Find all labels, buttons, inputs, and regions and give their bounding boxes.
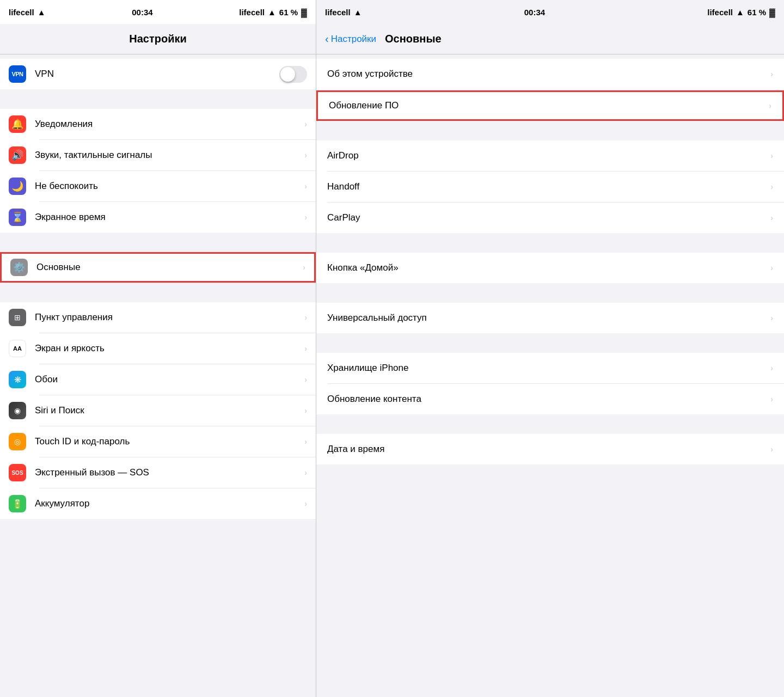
right-row-handoff[interactable]: Handoff › <box>316 172 784 202</box>
right-about-chevron: › <box>770 70 773 78</box>
right-battery-icon: ▓ <box>769 8 775 17</box>
vpn-toggle[interactable] <box>279 66 307 83</box>
right-top-spacer <box>316 54 784 59</box>
controlcenter-chevron: › <box>304 313 307 322</box>
settings-row-wallpaper[interactable]: ❋ Обои › <box>0 364 316 395</box>
settings-row-siri[interactable]: ◉ Siri и Поиск › <box>0 395 316 426</box>
right-sep-6 <box>316 414 784 434</box>
controlcenter-label: Пункт управления <box>35 312 300 323</box>
right-datetime-chevron: › <box>770 445 773 454</box>
sos-icon: SOS <box>9 464 26 481</box>
section-sep-3 <box>0 283 316 302</box>
sounds-chevron: › <box>304 151 307 160</box>
right-handoff-chevron: › <box>770 182 773 191</box>
section-sep-1 <box>0 89 316 109</box>
wallpaper-chevron: › <box>304 375 307 384</box>
right-row-contentupdate[interactable]: Обновление контента › <box>316 384 784 414</box>
general-label: Основные <box>36 262 298 273</box>
sos-chevron: › <box>304 468 307 477</box>
sounds-label: Звуки, тактильные сигналы <box>35 150 300 161</box>
right-airdrop-chevron: › <box>770 151 773 160</box>
settings-row-sounds[interactable]: 🔊 Звуки, тактильные сигналы › <box>0 140 316 170</box>
right-about-label: Об этом устройстве <box>327 69 770 80</box>
more-group: ⊞ Пункт управления › AA Экран и яркость … <box>0 302 316 519</box>
settings-row-controlcenter[interactable]: ⊞ Пункт управления › <box>0 302 316 333</box>
right-accessibility-chevron: › <box>770 314 773 322</box>
left-status-left: lifecell ▲ <box>9 8 46 17</box>
left-status-time: 00:34 <box>132 8 152 17</box>
right-row-softwareupdate[interactable]: Обновление ПО › <box>316 90 784 121</box>
left-wifi-icon: ▲ <box>38 8 46 17</box>
right-sep-5 <box>316 333 784 353</box>
right-settings-list: Об этом устройстве › Обновление ПО › Air… <box>316 54 784 697</box>
donotdisturb-icon: 🌙 <box>9 178 26 195</box>
right-row-datetime[interactable]: Дата и время › <box>316 434 784 464</box>
right-airdrop-group: AirDrop › Handoff › CarPlay › <box>316 140 784 233</box>
right-carplay-chevron: › <box>770 213 773 222</box>
battery-label: Аккумулятор <box>35 498 300 509</box>
right-row-airdrop[interactable]: AirDrop › <box>316 140 784 171</box>
settings-row-vpn[interactable]: VPN VPN <box>0 59 316 89</box>
top-spacer <box>0 54 316 59</box>
right-wifi-icon: ▲ <box>354 8 362 17</box>
right-accessibility-label: Универсальный доступ <box>327 313 770 323</box>
right-homebutton-label: Кнопка «Домой» <box>327 262 770 273</box>
display-label: Экран и яркость <box>35 343 300 354</box>
touchid-label: Touch ID и код-пароль <box>35 436 300 447</box>
screentime-label: Экранное время <box>35 212 300 223</box>
settings-row-touchid[interactable]: ◎ Touch ID и код-пароль › <box>0 426 316 457</box>
right-airdrop-label: AirDrop <box>327 150 770 161</box>
right-battery: 61 % <box>748 8 766 17</box>
back-button[interactable]: ‹ Настройки <box>325 33 376 45</box>
left-status-right: lifecell ▲ 61 % ▓ <box>239 8 307 17</box>
right-datetime-group: Дата и время › <box>316 434 784 464</box>
back-label: Настройки <box>331 34 376 45</box>
notifications-group: 🔔 Уведомления › 🔊 Звуки, тактильные сигн… <box>0 109 316 233</box>
general-chevron: › <box>303 263 305 272</box>
right-row-accessibility[interactable]: Универсальный доступ › <box>316 303 784 333</box>
left-status-bar: lifecell ▲ 00:34 lifecell ▲ 61 % ▓ <box>0 0 316 24</box>
donotdisturb-chevron: › <box>304 182 307 191</box>
settings-row-display[interactable]: AA Экран и яркость › <box>0 333 316 364</box>
left-battery-icon: ▓ <box>301 8 307 17</box>
right-handoff-label: Handoff <box>327 181 770 192</box>
left-settings-list: VPN VPN 🔔 Уведомления › 🔊 Звуки, тактиль… <box>0 54 316 697</box>
settings-row-general[interactable]: ⚙️ Основные › <box>0 252 316 283</box>
right-update-group: Обновление ПО › <box>316 90 784 121</box>
settings-row-screentime[interactable]: ⌛ Экранное время › <box>0 202 316 233</box>
settings-row-sos[interactable]: SOS Экстренный вызов — SOS › <box>0 457 316 488</box>
left-nav-bar: Настройки <box>0 24 316 54</box>
right-carrier2: lifecell <box>707 8 733 17</box>
donotdisturb-label: Не беспокоить <box>35 181 300 192</box>
battery-icon: 🔋 <box>9 495 26 512</box>
right-storage-group: Хранилище iPhone › Обновление контента › <box>316 353 784 414</box>
left-battery: 61 % <box>279 8 298 17</box>
settings-row-donotdisturb[interactable]: 🌙 Не беспокоить › <box>0 171 316 201</box>
right-row-homebutton[interactable]: Кнопка «Домой» › <box>316 253 784 283</box>
right-row-carplay[interactable]: CarPlay › <box>316 203 784 233</box>
right-about-group: Об этом устройстве › <box>316 59 784 89</box>
right-status-time: 00:34 <box>524 8 545 17</box>
siri-label: Siri и Поиск <box>35 405 300 416</box>
right-row-about[interactable]: Об этом устройстве › <box>316 59 784 89</box>
right-status-right: lifecell ▲ 61 % ▓ <box>707 8 775 17</box>
right-row-storage[interactable]: Хранилище iPhone › <box>316 353 784 383</box>
right-homebutton-chevron: › <box>770 264 773 272</box>
left-wifi-icon2: ▲ <box>268 8 276 17</box>
battery-chevron: › <box>304 499 307 508</box>
right-nav-bar: ‹ Настройки Основные <box>316 24 784 54</box>
general-icon: ⚙️ <box>10 259 28 276</box>
settings-row-battery[interactable]: 🔋 Аккумулятор › <box>0 488 316 519</box>
right-status-left: lifecell ▲ <box>325 8 362 17</box>
display-icon: AA <box>9 340 26 357</box>
right-panel: lifecell ▲ 00:34 lifecell ▲ 61 % ▓ ‹ Нас… <box>316 0 784 697</box>
siri-chevron: › <box>304 406 307 415</box>
sounds-icon: 🔊 <box>9 146 26 164</box>
left-carrier2: lifecell <box>239 8 265 17</box>
wallpaper-icon: ❋ <box>9 371 26 388</box>
right-storage-chevron: › <box>770 364 773 372</box>
right-contentupdate-chevron: › <box>770 395 773 403</box>
right-sep-3 <box>316 233 784 253</box>
settings-row-notifications[interactable]: 🔔 Уведомления › <box>0 109 316 139</box>
siri-icon: ◉ <box>9 402 26 419</box>
